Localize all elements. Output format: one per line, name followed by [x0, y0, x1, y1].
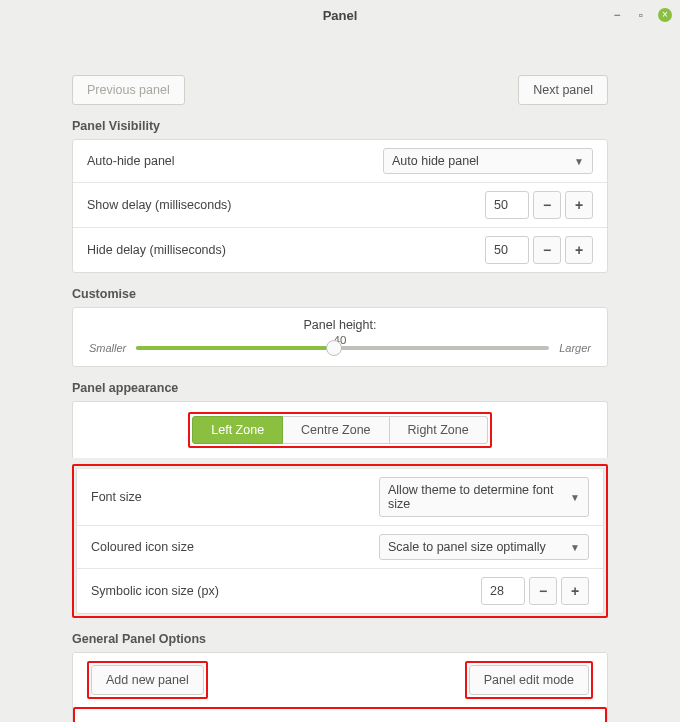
symbolic-icon-size-decrement[interactable]: −	[529, 577, 557, 605]
font-size-label: Font size	[91, 490, 142, 504]
auto-hide-label: Auto-hide panel	[87, 154, 175, 168]
zone-tabs: Left Zone Centre Zone Right Zone	[192, 416, 487, 444]
show-delay-decrement[interactable]: −	[533, 191, 561, 219]
auto-hide-select-value: Auto hide panel	[392, 154, 479, 168]
slider-smaller-label: Smaller	[89, 342, 126, 354]
panel-height-slider[interactable]	[136, 338, 549, 358]
previous-panel-button[interactable]: Previous panel	[72, 75, 185, 105]
hide-delay-label: Hide delay (milliseconds)	[87, 243, 226, 257]
coloured-icon-size-label: Coloured icon size	[91, 540, 194, 554]
window-title: Panel	[323, 8, 358, 23]
show-delay-label: Show delay (milliseconds)	[87, 198, 232, 212]
panel-nav: Previous panel Next panel	[72, 75, 608, 105]
coloured-icon-size-select[interactable]: Scale to panel size optimally ▼	[379, 534, 589, 560]
chevron-down-icon: ▼	[574, 156, 584, 167]
minimize-icon[interactable]: −	[610, 8, 624, 22]
visibility-group: Auto-hide panel Auto hide panel ▼ Show d…	[72, 139, 608, 273]
tab-left-zone[interactable]: Left Zone	[192, 416, 283, 444]
general-section-label: General Panel Options	[72, 632, 608, 646]
content: Previous panel Next panel Panel Visibili…	[0, 30, 680, 722]
slider-thumb[interactable]	[326, 340, 342, 356]
panel-height-label: Panel height:	[89, 318, 591, 332]
chevron-down-icon: ▼	[570, 542, 580, 553]
symbolic-icon-size-increment[interactable]: +	[561, 577, 589, 605]
coloured-icon-size-select-value: Scale to panel size optimally	[388, 540, 546, 554]
tab-right-zone[interactable]: Right Zone	[390, 416, 488, 444]
symbolic-icon-size-label: Symbolic icon size (px)	[91, 584, 219, 598]
appearance-section-label: Panel appearance	[72, 381, 608, 395]
auto-hide-select[interactable]: Auto hide panel ▼	[383, 148, 593, 174]
general-group: Add new panel Panel edit mode Allow the …	[72, 652, 608, 722]
maximize-icon[interactable]: ▫	[634, 8, 648, 22]
visibility-section-label: Panel Visibility	[72, 119, 608, 133]
hide-delay-decrement[interactable]: −	[533, 236, 561, 264]
appearance-group: Left Zone Centre Zone Right Zone Font si…	[72, 401, 608, 618]
close-icon[interactable]: ×	[658, 8, 672, 22]
hide-delay-increment[interactable]: +	[565, 236, 593, 264]
show-delay-increment[interactable]: +	[565, 191, 593, 219]
customise-group: Panel height: 40 Smaller Larger	[72, 307, 608, 367]
tab-centre-zone[interactable]: Centre Zone	[283, 416, 389, 444]
show-delay-stepper: − +	[485, 191, 593, 219]
chevron-down-icon: ▼	[570, 492, 580, 503]
customise-section-label: Customise	[72, 287, 608, 301]
next-panel-button[interactable]: Next panel	[518, 75, 608, 105]
hide-delay-stepper: − +	[485, 236, 593, 264]
hide-delay-input[interactable]	[485, 236, 529, 264]
symbolic-icon-size-input[interactable]	[481, 577, 525, 605]
add-new-panel-button[interactable]: Add new panel	[91, 665, 204, 695]
titlebar: Panel − ▫ ×	[0, 0, 680, 30]
show-delay-input[interactable]	[485, 191, 529, 219]
symbolic-icon-size-stepper: − +	[481, 577, 589, 605]
font-size-select-value: Allow theme to determine font size	[388, 483, 560, 511]
slider-larger-label: Larger	[559, 342, 591, 354]
window-controls: − ▫ ×	[610, 0, 672, 30]
font-size-select[interactable]: Allow theme to determine font size ▼	[379, 477, 589, 517]
panel-edit-mode-button[interactable]: Panel edit mode	[469, 665, 589, 695]
